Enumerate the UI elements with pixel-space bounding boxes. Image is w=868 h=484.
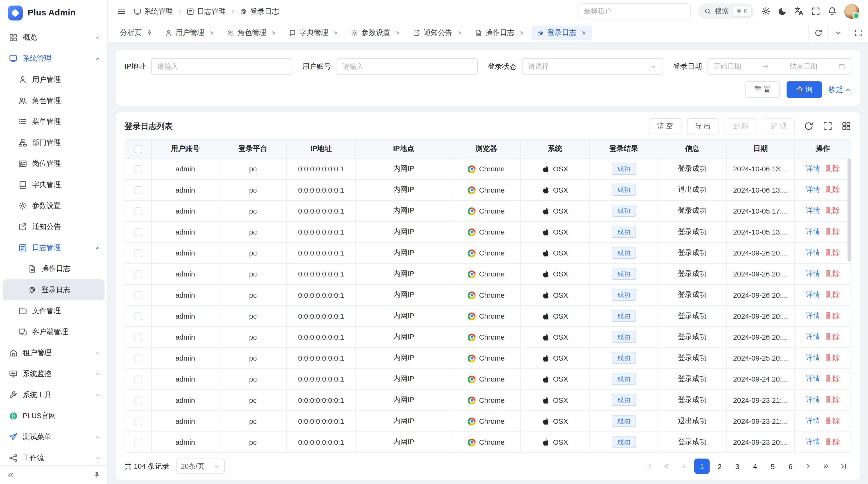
prev-page-button[interactable]: [677, 458, 692, 474]
tab-4[interactable]: 参数设置: [345, 25, 406, 40]
breadcrumb-item-2[interactable]: 登录日志: [240, 6, 279, 16]
detail-link[interactable]: 详情: [806, 417, 820, 425]
sidebar-item-18[interactable]: PLUS官网: [0, 406, 107, 426]
column-settings-icon[interactable]: [841, 121, 851, 131]
sidebar-item-1[interactable]: 系统管理: [0, 48, 107, 69]
row-checkbox[interactable]: [134, 186, 142, 194]
delete-link[interactable]: 删除: [826, 206, 840, 215]
detail-link[interactable]: 详情: [806, 269, 820, 278]
toolbar-button-1[interactable]: 导 出: [687, 118, 719, 134]
delete-link[interactable]: 删除: [826, 227, 840, 235]
first-page-button[interactable]: [641, 458, 656, 474]
detail-link[interactable]: 详情: [806, 185, 820, 194]
tab-3[interactable]: 字典管理: [283, 25, 345, 40]
toolbar-button-0[interactable]: 清 空: [649, 118, 681, 134]
tab-6[interactable]: 操作日志: [469, 25, 530, 40]
vertical-scrollbar[interactable]: [847, 159, 851, 262]
next-5-pages-button[interactable]: [818, 458, 834, 474]
delete-link[interactable]: 删除: [826, 417, 840, 425]
detail-link[interactable]: 详情: [806, 353, 820, 361]
delete-link[interactable]: 删除: [826, 375, 840, 383]
sidebar-item-6[interactable]: 岗位管理: [0, 153, 107, 174]
sidebar-item-19[interactable]: 测试菜单: [0, 426, 107, 447]
filter-input-0[interactable]: 请输入: [151, 58, 292, 75]
sidebar-item-2[interactable]: 用户管理: [0, 69, 107, 90]
filter-select-2[interactable]: 请选择: [522, 58, 663, 75]
page-1-button[interactable]: 1: [694, 458, 710, 474]
detail-link[interactable]: 详情: [806, 375, 820, 383]
hamburger-menu-icon[interactable]: [117, 7, 126, 16]
page-4-button[interactable]: 4: [747, 458, 763, 474]
close-icon[interactable]: [271, 30, 277, 36]
delete-link[interactable]: 删除: [826, 185, 840, 194]
row-checkbox[interactable]: [134, 291, 142, 299]
close-icon[interactable]: [581, 30, 587, 36]
detail-link[interactable]: 详情: [806, 164, 820, 172]
tab-2[interactable]: 角色管理: [221, 25, 282, 40]
delete-link[interactable]: 删除: [826, 332, 840, 341]
detail-link[interactable]: 详情: [806, 290, 820, 299]
page-3-button[interactable]: 3: [730, 458, 745, 474]
app-logo[interactable]: Plus Admin: [0, 0, 107, 26]
close-icon[interactable]: [209, 30, 215, 36]
global-search[interactable]: 搜索 ⌘ K: [698, 3, 754, 20]
delete-link[interactable]: 删除: [826, 438, 840, 446]
tab-0[interactable]: 分析页: [115, 25, 158, 40]
collapse-sidebar-icon[interactable]: [7, 471, 14, 479]
detail-link[interactable]: 详情: [806, 312, 820, 320]
close-icon[interactable]: [333, 30, 339, 36]
close-icon[interactable]: [457, 30, 463, 36]
detail-link[interactable]: 详情: [806, 206, 820, 215]
delete-link[interactable]: 删除: [826, 248, 840, 256]
row-checkbox[interactable]: [134, 270, 142, 278]
sidebar-item-13[interactable]: 文件管理: [0, 300, 107, 321]
refresh-table-icon[interactable]: [804, 121, 814, 131]
sidebar-item-17[interactable]: 系统工具: [0, 384, 107, 406]
sidebar-item-3[interactable]: 角色管理: [0, 90, 107, 111]
page-2-button[interactable]: 2: [712, 458, 727, 474]
sidebar-item-11[interactable]: 操作日志: [0, 258, 107, 279]
sidebar-item-20[interactable]: 工作流: [0, 447, 107, 465]
detail-link[interactable]: 详情: [806, 395, 820, 404]
row-checkbox[interactable]: [134, 439, 142, 446]
row-checkbox[interactable]: [134, 354, 142, 362]
fullscreen-icon[interactable]: [811, 7, 820, 16]
row-checkbox[interactable]: [134, 228, 142, 236]
row-checkbox[interactable]: [134, 417, 142, 425]
detail-link[interactable]: 详情: [806, 438, 820, 446]
row-checkbox[interactable]: [134, 333, 142, 341]
select-all-checkbox[interactable]: [134, 146, 142, 153]
user-avatar[interactable]: [844, 4, 859, 19]
detail-link[interactable]: 详情: [806, 332, 820, 341]
toolbar-button-3[interactable]: 解 锁: [763, 118, 795, 134]
toolbar-button-2[interactable]: 删 除: [724, 118, 757, 134]
sidebar-item-0[interactable]: 概览: [0, 27, 107, 48]
detail-link[interactable]: 详情: [806, 227, 820, 235]
reset-button[interactable]: 重 置: [745, 81, 780, 98]
collapse-filter-link[interactable]: 收起: [829, 85, 851, 95]
sidebar-pin-icon[interactable]: [93, 471, 101, 479]
prev-5-pages-button[interactable]: [659, 458, 674, 474]
delete-link[interactable]: 删除: [826, 164, 840, 172]
sidebar-item-15[interactable]: 租户管理: [0, 342, 107, 363]
page-5-button[interactable]: 5: [765, 458, 780, 474]
row-checkbox[interactable]: [134, 207, 142, 215]
tab-7[interactable]: 登录日志: [531, 25, 592, 40]
delete-link[interactable]: 删除: [826, 312, 840, 320]
sidebar-item-16[interactable]: 系统监控: [0, 363, 107, 384]
sidebar-item-9[interactable]: 通知公告: [0, 216, 107, 237]
dark-mode-icon[interactable]: [778, 7, 787, 16]
refresh-tab-button[interactable]: [808, 23, 828, 42]
sidebar-item-5[interactable]: 部门管理: [0, 132, 107, 153]
delete-link[interactable]: 删除: [826, 395, 840, 404]
close-icon[interactable]: [519, 30, 525, 36]
delete-link[interactable]: 删除: [826, 290, 840, 299]
close-icon[interactable]: [395, 30, 401, 36]
next-page-button[interactable]: [801, 458, 816, 474]
query-button[interactable]: 查 询: [787, 81, 822, 98]
row-checkbox[interactable]: [134, 312, 142, 320]
tab-1[interactable]: 用户管理: [159, 25, 220, 40]
sidebar-item-4[interactable]: 菜单管理: [0, 111, 107, 132]
settings-gear-icon[interactable]: [761, 7, 771, 16]
page-size-select[interactable]: 20条/页: [176, 458, 225, 474]
